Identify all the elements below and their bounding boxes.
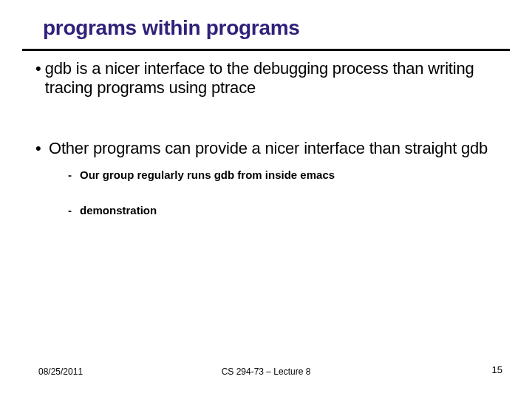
bullet-dot-icon: • [35,139,49,158]
footer-course: CS 294-73 – Lecture 8 [0,366,532,377]
slide-title: programs within programs [43,16,300,40]
sub-bullet-2: - demonstration [68,204,501,217]
dash-icon: - [68,168,80,182]
sub-bullets: - Our group regularly runs gdb from insi… [68,168,501,217]
bullet-1: • gdb is a nicer interface to the debugg… [35,59,501,98]
bullet-2-text: Other programs can provide a nicer inter… [49,139,488,158]
sub-bullet-2-text: demonstration [80,204,157,217]
bullet-1-text: gdb is a nicer interface to the debuggin… [45,59,501,98]
bullet-dot-icon: • [35,59,45,98]
sub-bullet-1: - Our group regularly runs gdb from insi… [68,168,501,182]
sub-bullet-1-text: Our group regularly runs gdb from inside… [80,168,335,182]
dash-icon: - [68,204,80,217]
footer-page-number: 15 [492,364,502,375]
slide-body: • gdb is a nicer interface to the debugg… [35,59,501,239]
slide: programs within programs • gdb is a nice… [0,0,532,399]
title-rule [22,49,510,51]
bullet-2: • Other programs can provide a nicer int… [35,139,501,158]
